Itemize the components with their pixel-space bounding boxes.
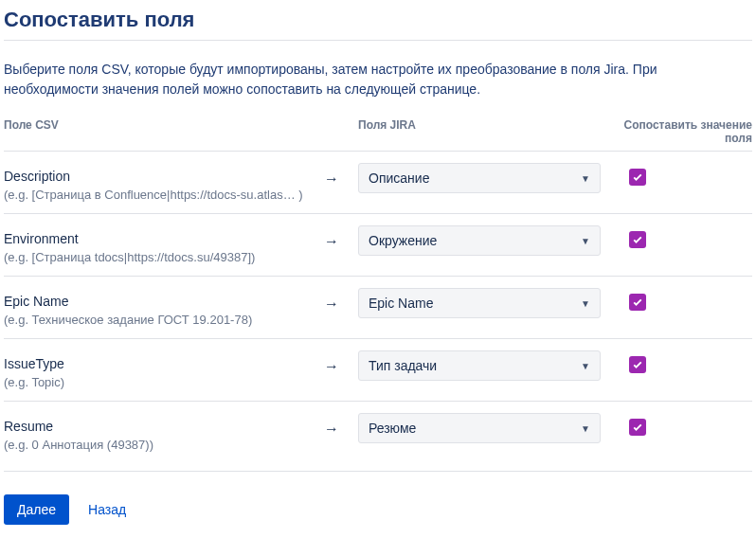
select-label: Epic Name <box>369 296 433 311</box>
select-label: Описание <box>369 170 429 186</box>
back-button[interactable]: Назад <box>84 494 130 525</box>
header-arrow-spacer <box>324 118 347 145</box>
csv-field-name: Epic Name <box>4 288 324 309</box>
chevron-down-icon: ▼ <box>581 423 590 434</box>
jira-field-select[interactable]: Описание ▼ <box>358 163 601 193</box>
arrow-icon: → <box>324 288 347 313</box>
map-value-checkbox[interactable] <box>629 294 646 311</box>
table-row: Resume (e.g. 0 Аннотация (49387)) → Резю… <box>4 402 752 463</box>
map-value-checkbox[interactable] <box>629 231 646 248</box>
csv-field-hint: (e.g. 0 Аннотация (49387)) <box>4 438 307 452</box>
table-row: IssueType (e.g. Topic) → Тип задачи ▼ <box>4 339 752 402</box>
check-icon <box>632 421 643 433</box>
header-csv: Поле CSV <box>4 118 324 145</box>
chevron-down-icon: ▼ <box>581 173 590 184</box>
jira-field-select[interactable]: Epic Name ▼ <box>358 288 601 318</box>
arrow-icon: → <box>324 350 347 375</box>
map-value-checkbox[interactable] <box>629 419 646 436</box>
next-button[interactable]: Далее <box>4 494 69 525</box>
table-header: Поле CSV Поля JIRA Сопоставить значение … <box>4 113 752 152</box>
select-label: Окружение <box>369 233 437 248</box>
arrow-icon: → <box>324 225 347 250</box>
check-icon <box>632 359 643 370</box>
check-icon <box>632 296 643 308</box>
csv-field-hint: (e.g. Topic) <box>4 375 307 389</box>
chevron-down-icon: ▼ <box>581 361 590 371</box>
csv-field-name: Resume <box>4 413 324 434</box>
table-row: Description (e.g. [Страница в Confluence… <box>4 152 752 214</box>
csv-field-hint: (e.g. Техническое задание ГОСТ 19.201-78… <box>4 313 307 327</box>
csv-field-hint: (e.g. [Страница в Confluence|https://tdo… <box>4 188 307 202</box>
button-row: Далее Назад <box>4 494 752 525</box>
arrow-icon: → <box>324 163 347 188</box>
jira-field-select[interactable]: Окружение ▼ <box>358 225 601 256</box>
bottom-divider <box>4 471 752 472</box>
chevron-down-icon: ▼ <box>581 298 590 309</box>
page-title: Сопоставить поля <box>4 8 752 32</box>
csv-field-name: Description <box>4 163 324 184</box>
csv-field-name: IssueType <box>4 350 324 371</box>
mapping-table: Поле CSV Поля JIRA Сопоставить значение … <box>4 113 752 463</box>
header-jira: Поля JIRA <box>347 118 601 145</box>
csv-field-name: Environment <box>4 225 324 246</box>
check-icon <box>632 171 643 183</box>
jira-field-select[interactable]: Резюме ▼ <box>358 413 601 443</box>
page-description: Выберите поля CSV, которые будут импорти… <box>4 60 752 99</box>
check-icon <box>632 234 643 245</box>
select-label: Резюме <box>369 421 416 436</box>
chevron-down-icon: ▼ <box>581 236 590 246</box>
jira-field-select[interactable]: Тип задачи ▼ <box>358 350 601 381</box>
map-value-checkbox[interactable] <box>629 356 646 373</box>
header-check: Сопоставить значение поля <box>601 118 752 145</box>
arrow-icon: → <box>324 413 347 438</box>
table-row: Environment (e.g. [Страница tdocs|https:… <box>4 214 752 277</box>
table-row: Epic Name (e.g. Техническое задание ГОСТ… <box>4 277 752 339</box>
map-value-checkbox[interactable] <box>629 169 646 186</box>
csv-field-hint: (e.g. [Страница tdocs|https://tdocs.su/4… <box>4 250 307 264</box>
select-label: Тип задачи <box>369 358 437 373</box>
title-divider <box>4 40 752 41</box>
